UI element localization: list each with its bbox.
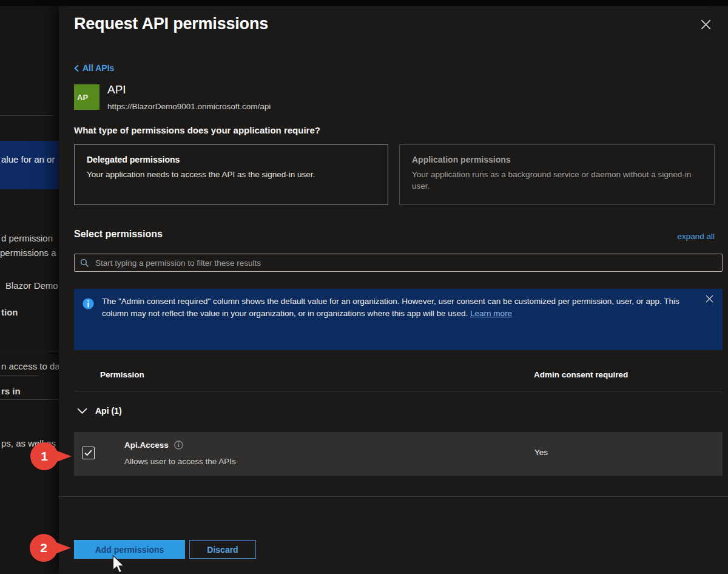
api-avatar: AP <box>74 84 99 110</box>
search-icon <box>80 258 89 268</box>
footer-divider <box>59 496 728 497</box>
permission-name: Api.Access <box>124 441 169 450</box>
card-title: Delegated permissions <box>87 155 376 164</box>
background-text-fragment: Blazor Demo <box>5 280 58 291</box>
card-title: Application permissions <box>412 155 702 164</box>
mouse-cursor <box>112 555 124 573</box>
api-permission-group[interactable]: Api (1) <box>77 406 122 416</box>
permission-search-box[interactable] <box>74 254 723 272</box>
permission-name-row: Api.Access <box>124 441 183 450</box>
permission-info-icon[interactable] <box>174 441 183 450</box>
column-header-permission: Permission <box>100 370 144 379</box>
card-description: Your application needs to access the API… <box>87 169 376 180</box>
api-avatar-initials: AP <box>77 93 88 102</box>
permission-description: Allows user to access the APIs <box>124 457 236 466</box>
card-description: Your application runs as a background se… <box>412 169 702 192</box>
delegated-permissions-card[interactable]: Delegated permissions Your application n… <box>74 144 388 205</box>
application-permissions-card[interactable]: Application permissions Your application… <box>399 144 715 205</box>
select-permissions-heading: Select permissions <box>74 229 163 240</box>
background-info-banner-fragment: alue for an or <box>0 141 59 189</box>
background-divider <box>0 399 59 400</box>
panel-title: Request API permissions <box>74 15 268 33</box>
api-url: https://BlazorDemo9001.onmicrosoft.com/a… <box>107 102 271 111</box>
background-divider <box>0 351 59 351</box>
column-header-admin-consent: Admin consent required <box>534 370 628 379</box>
annotation-step-2: 2 <box>30 534 101 563</box>
close-icon[interactable] <box>701 19 713 32</box>
group-label: Api (1) <box>95 406 122 416</box>
background-divider <box>0 375 38 376</box>
background-text-fragment: n access to da <box>1 361 59 371</box>
annotation-step-1: 1 <box>30 442 102 471</box>
background-heading-fragment: tion <box>1 307 18 317</box>
admin-consent-info-banner: The "Admin consent required" column show… <box>74 289 723 350</box>
background-link-fragment[interactable]: permissions a <box>0 248 56 258</box>
discard-button[interactable]: Discard <box>189 540 256 559</box>
background-heading-fragment: rs in <box>1 386 21 396</box>
permission-type-question: What type of permissions does your appli… <box>74 125 320 135</box>
top-strip <box>0 0 728 6</box>
chevron-down-icon <box>77 408 87 414</box>
background-text-fragment: d permission <box>1 233 53 243</box>
back-to-all-apis-link[interactable]: All APIs <box>74 63 114 73</box>
info-icon <box>83 298 94 309</box>
background-page: alue for an or d permission permissions … <box>0 6 59 574</box>
table-header-divider <box>74 391 723 391</box>
banner-close-icon[interactable] <box>706 295 714 303</box>
banner-text: The "Admin consent required" column show… <box>102 295 700 320</box>
search-input[interactable] <box>94 258 716 268</box>
background-text-fragment: alue for an or <box>1 154 55 164</box>
annotation-number: 1 <box>30 442 58 470</box>
back-link-label: All APIs <box>83 63 114 73</box>
chevron-left-icon <box>74 64 79 72</box>
request-api-permissions-panel: Request API permissions All APIs AP API … <box>59 6 728 574</box>
learn-more-link[interactable]: Learn more <box>470 309 512 318</box>
admin-consent-value: Yes <box>534 448 548 457</box>
permission-row-api-access[interactable]: Api.Access Allows user to access the API… <box>74 432 723 476</box>
background-divider <box>0 115 53 116</box>
expand-all-link[interactable]: expand all <box>677 232 715 241</box>
annotation-number: 2 <box>30 534 58 562</box>
api-name: API <box>107 83 126 96</box>
